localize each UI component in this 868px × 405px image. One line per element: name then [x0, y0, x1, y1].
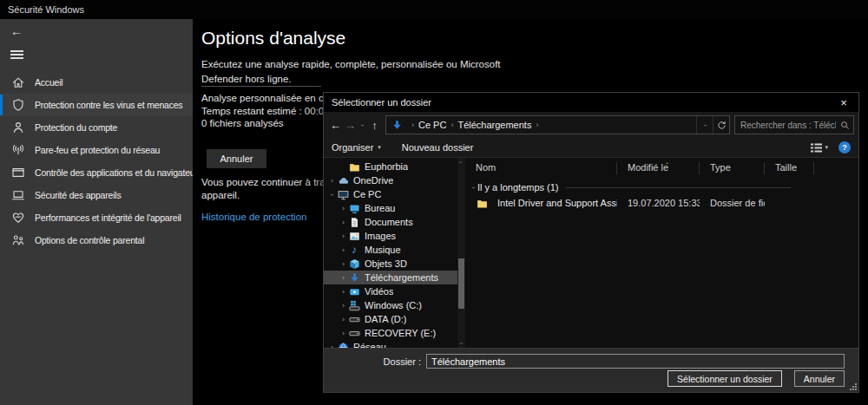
- tree-item[interactable]: ›Téléchargements: [324, 271, 457, 284]
- tree-item[interactable]: ›♪Musique: [324, 243, 457, 257]
- close-icon[interactable]: ×: [829, 93, 858, 112]
- dialog-footer: Dossier : Sélectionner un dossier Annule…: [324, 348, 858, 392]
- dialog-cancel-button[interactable]: Annuler: [794, 370, 845, 387]
- select-folder-button[interactable]: Sélectionner un dossier: [667, 370, 782, 387]
- tree-item-label: Réseau: [353, 342, 386, 348]
- cloud-icon: [337, 174, 349, 186]
- tree-expander-icon[interactable]: ›: [339, 205, 348, 212]
- tree-expander-icon[interactable]: ›: [339, 219, 348, 226]
- tree-expander-icon[interactable]: ›: [339, 274, 348, 282]
- music-icon: ♪: [348, 244, 360, 256]
- organize-caret-icon: ▾: [378, 144, 381, 151]
- nav-recent-dropdown-icon[interactable]: ›: [358, 121, 367, 129]
- search-input[interactable]: [735, 121, 836, 130]
- protection-history-link[interactable]: Historique de protection: [201, 212, 306, 222]
- folder-name-input[interactable]: [426, 354, 845, 369]
- folder-icon: [476, 197, 488, 209]
- app-title: Sécurité Windows: [8, 4, 84, 15]
- organize-label: Organiser: [332, 142, 373, 153]
- sidebar-item-2[interactable]: Protection contre les virus et menaces: [0, 94, 193, 116]
- file-row[interactable]: Intel Driver and Support Assistant19.07.…: [465, 195, 858, 211]
- tree-expander-icon[interactable]: ›: [339, 260, 348, 268]
- tree-expander-icon[interactable]: ›: [327, 191, 337, 199]
- tree-item-label: RECOVERY (E:): [365, 328, 436, 338]
- change-view-button[interactable]: ▾: [811, 143, 828, 153]
- sidebar-item-7[interactable]: Performances et intégrité de l'appareil: [0, 206, 193, 229]
- scroll-up-icon[interactable]: ›: [457, 158, 465, 167]
- breadcrumb-chevron-icon: ›: [411, 121, 414, 129]
- address-bar[interactable]: ›Ce PC›Téléchargements› ›: [385, 115, 730, 134]
- selected-indicator: [0, 95, 3, 115]
- dialog-titlebar: Sélectionner un dossier ×: [324, 93, 858, 112]
- sidebar-item-3[interactable]: Protection du compte: [0, 116, 193, 139]
- tree-item[interactable]: ›Images: [324, 229, 457, 243]
- resize-grip-icon[interactable]: [849, 382, 857, 390]
- tree-expander-icon[interactable]: ›: [339, 246, 348, 254]
- tree-item[interactable]: ›Réseau: [324, 340, 457, 348]
- nav-forward-icon[interactable]: →: [343, 119, 358, 132]
- scrollbar-thumb[interactable]: [458, 258, 464, 309]
- tree-expander-icon[interactable]: ›: [339, 232, 348, 240]
- new-folder-button[interactable]: Nouveau dossier: [402, 142, 474, 153]
- list-group-header[interactable]: › Il y a longtemps (1): [465, 180, 858, 195]
- sidebar-item-8[interactable]: Options de contrôle parental: [0, 229, 193, 251]
- list-header: NomModifié le›TypeTaille: [465, 159, 858, 174]
- scroll-down-icon[interactable]: ›: [457, 339, 465, 348]
- tree-item-label: Musique: [365, 245, 401, 255]
- tree-expander-icon[interactable]: ›: [339, 288, 348, 296]
- tree-item-label: Euphorbia: [365, 161, 408, 172]
- hamburger-menu-icon[interactable]: [10, 50, 23, 52]
- breadcrumb-item[interactable]: Ce PC: [418, 120, 446, 130]
- new-folder-label: Nouveau dossier: [402, 142, 474, 153]
- nav-back-icon[interactable]: ←: [328, 119, 343, 132]
- tree-item[interactable]: ›Bureau: [324, 201, 457, 215]
- column-header-taille[interactable]: Taille: [765, 162, 814, 174]
- address-dropdown-icon[interactable]: ›: [696, 116, 713, 134]
- sidebar-item-1[interactable]: Accueil: [0, 71, 193, 94]
- sidebar-item-6[interactable]: Sécurité des appareils: [0, 184, 193, 206]
- dialog-toolbar: Organiser ▾ Nouveau dossier ▾ ?: [324, 138, 858, 158]
- back-arrow-icon[interactable]: ←: [10, 24, 23, 38]
- tree-item[interactable]: ›Documents: [324, 215, 457, 229]
- cancel-scan-button[interactable]: Annuler: [207, 149, 266, 168]
- tree-item-label: Objets 3D: [365, 258, 407, 269]
- help-icon[interactable]: ?: [838, 141, 851, 154]
- tree-scrollbar[interactable]: › ›: [457, 158, 465, 348]
- column-header-nom[interactable]: Nom: [465, 162, 617, 174]
- tree-item[interactable]: ›Windows (C:): [324, 298, 457, 312]
- sidebar-item-4[interactable]: Pare-feu et protection du réseau: [0, 139, 193, 161]
- breadcrumb-item[interactable]: Téléchargements: [457, 120, 531, 130]
- page-title: Options d'analyse: [201, 28, 345, 49]
- tree-item-label: Windows (C:): [365, 300, 422, 310]
- breadcrumb-chevron-icon: ›: [536, 121, 538, 129]
- tree-item[interactable]: ›Objets 3D: [324, 257, 457, 271]
- tree-expander-icon[interactable]: ›: [339, 316, 348, 323]
- tree-item[interactable]: ›OneDrive: [324, 173, 457, 187]
- pc-icon: [337, 188, 349, 200]
- refresh-icon[interactable]: [713, 116, 729, 134]
- search-icon[interactable]: [836, 121, 853, 130]
- divider: [201, 86, 321, 87]
- tree-item-label: Ce PC: [353, 189, 381, 199]
- column-header-modifi-le[interactable]: Modifié le›: [617, 162, 700, 174]
- tree-item[interactable]: ›Ce PC: [324, 187, 457, 201]
- nav-up-icon[interactable]: ↑: [367, 119, 382, 132]
- tree-item-label: Téléchargements: [365, 272, 438, 283]
- tree-item[interactable]: ›RECOVERY (E:): [324, 326, 457, 340]
- sidebar-item-5[interactable]: Contrôle des applications et du navigate…: [0, 161, 193, 184]
- tree-item-label: Documents: [365, 217, 413, 227]
- dialog-navbar: ← → › ↑ ›Ce PC›Téléchargements› ›: [324, 112, 858, 138]
- cube-icon: [348, 258, 360, 270]
- tree-expander-icon[interactable]: ›: [339, 330, 348, 337]
- file-type-cell: Dossier de fichiers: [700, 198, 765, 208]
- group-collapse-icon[interactable]: ›: [470, 183, 477, 192]
- tree-item[interactable]: ›Vidéos: [324, 284, 457, 298]
- person-icon: [11, 121, 25, 134]
- tree-item[interactable]: ›DATA (D:): [324, 312, 457, 326]
- column-header-label: Nom: [476, 162, 496, 173]
- organize-menu[interactable]: Organiser ▾: [332, 142, 381, 153]
- column-header-type[interactable]: Type: [700, 162, 765, 174]
- tree-expander-icon[interactable]: ›: [339, 302, 348, 310]
- tree-item[interactable]: Euphorbia: [324, 160, 457, 173]
- tree-expander-icon[interactable]: ›: [327, 177, 337, 185]
